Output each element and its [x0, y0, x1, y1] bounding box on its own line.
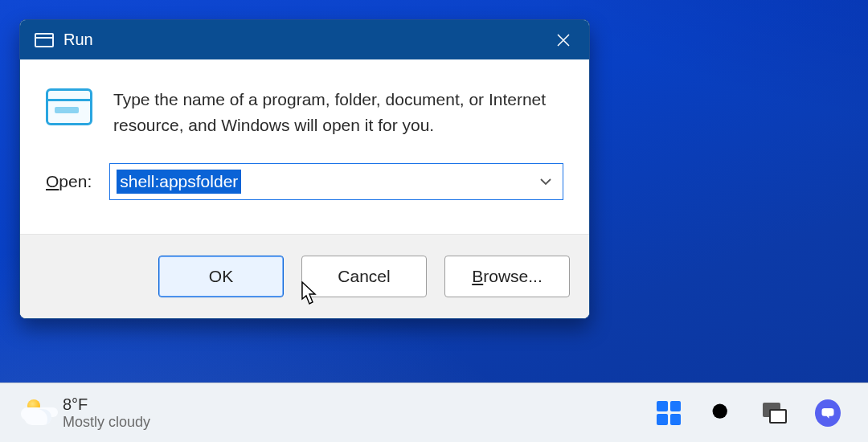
close-icon — [556, 33, 571, 47]
open-label: Open: — [46, 172, 92, 191]
open-input-value: shell:appsfolder — [117, 170, 241, 193]
run-icon — [46, 88, 92, 125]
search-icon — [709, 400, 735, 426]
dialog-footer: OK Cancel Browse... — [20, 234, 589, 318]
weather-temperature: 8°F — [63, 395, 150, 414]
open-combobox[interactable]: shell:appsfolder — [109, 163, 563, 200]
task-view-icon — [763, 403, 787, 424]
cancel-button-label: Cancel — [338, 267, 390, 286]
window-title: Run — [63, 31, 93, 49]
windows-logo-icon — [657, 401, 681, 425]
desktop: Run Type the name of a program, folder, … — [0, 0, 868, 442]
start-button[interactable] — [656, 400, 682, 426]
close-button[interactable] — [542, 20, 584, 59]
chat-button[interactable] — [815, 400, 841, 426]
cancel-button[interactable]: Cancel — [301, 256, 427, 297]
chevron-down-icon — [538, 174, 553, 189]
taskbar: 8°F Mostly cloudy — [0, 383, 868, 442]
ok-button[interactable]: OK — [158, 256, 284, 297]
taskbar-weather[interactable]: 8°F Mostly cloudy — [24, 395, 150, 431]
dialog-body: Type the name of a program, folder, docu… — [20, 59, 589, 234]
weather-icon — [24, 399, 51, 427]
weather-condition: Mostly cloudy — [63, 414, 150, 431]
svg-line-2 — [726, 416, 733, 424]
run-dialog: Run Type the name of a program, folder, … — [19, 19, 590, 319]
browse-button[interactable]: Browse... — [444, 256, 570, 297]
task-view-button[interactable] — [762, 400, 788, 426]
run-title-icon — [35, 33, 54, 47]
chat-icon — [815, 399, 841, 427]
browse-button-label: Browse... — [472, 267, 542, 286]
svg-point-1 — [713, 403, 727, 418]
dialog-description: Type the name of a program, folder, docu… — [113, 87, 563, 137]
ok-button-label: OK — [209, 267, 233, 286]
taskbar-search-button[interactable] — [709, 400, 735, 426]
titlebar[interactable]: Run — [20, 20, 589, 59]
